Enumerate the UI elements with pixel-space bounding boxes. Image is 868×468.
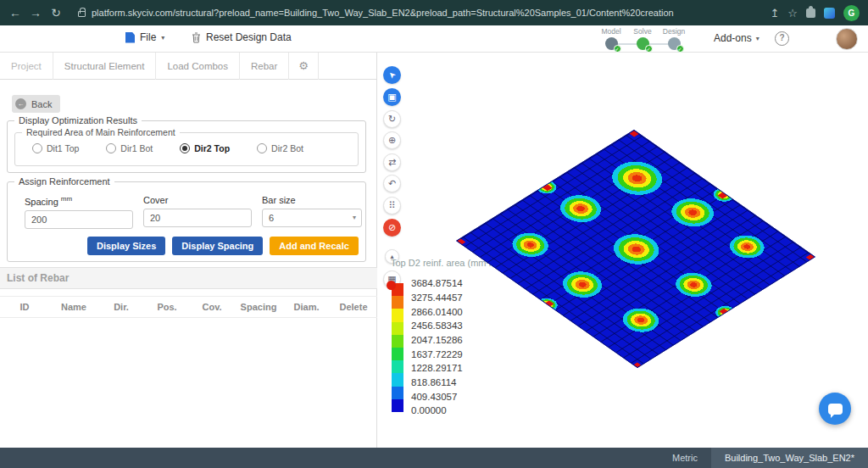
tab-settings-gear-icon[interactable]: ⚙ xyxy=(289,53,319,80)
tab-rebar[interactable]: Rebar xyxy=(240,53,289,80)
select-cursor-button[interactable]: ➤ xyxy=(383,66,401,84)
left-panel: Project Structural Element Load Combos R… xyxy=(0,53,377,448)
radio-input[interactable] xyxy=(32,143,42,153)
cover-input[interactable] xyxy=(143,209,252,227)
reset-design-data-label: Reset Design Data xyxy=(206,31,292,43)
step-design[interactable]: Design ✓ xyxy=(659,27,688,50)
spacing-label: Spacing xyxy=(25,197,58,207)
zoom-target-button[interactable]: ⊕ xyxy=(383,131,401,149)
column-name: Name xyxy=(49,297,98,317)
swap-arrows-icon: ⇄ xyxy=(388,157,396,168)
extensions-icon[interactable] xyxy=(806,8,815,18)
undo-icon: ↶ xyxy=(388,178,396,189)
browser-forward-icon[interactable]: → xyxy=(25,6,46,20)
group-legend: Required Area of Main Reinforcement xyxy=(22,127,180,137)
radio-input[interactable] xyxy=(180,143,190,153)
add-and-recalc-button[interactable]: Add and Recalc xyxy=(270,237,359,255)
reset-design-data-button[interactable]: Reset Design Data xyxy=(192,31,292,43)
file-menu-button[interactable]: File ▾ xyxy=(125,31,164,43)
viewport-3d[interactable]: ➤ ▣ ↻ ⊕ ⇄ ↶ ⠿ ⊘ ▴ ▦ Top D2 reinf. area (… xyxy=(377,53,868,448)
tab-load-combos[interactable]: Load Combos xyxy=(156,53,240,80)
colorbar-band xyxy=(392,373,403,386)
legend-value: 409.43057 xyxy=(411,392,457,402)
spacing-unit: mm xyxy=(61,195,72,203)
rotate-view-button[interactable]: ↻ xyxy=(383,110,401,128)
app-toolbar: File ▾ Reset Design Data Model ✓ Solve ✓… xyxy=(0,25,868,53)
column-diam: Diam. xyxy=(283,297,330,317)
colorbar-band xyxy=(392,399,403,412)
file-icon xyxy=(125,32,135,43)
lock-icon xyxy=(78,11,86,17)
cancel-icon: ⊘ xyxy=(388,222,396,233)
bar-size-select[interactable]: 6 ▾ xyxy=(262,209,362,227)
swap-view-button[interactable]: ⇄ xyxy=(383,153,401,171)
url-text: platform.skyciv.com/structural?preload_n… xyxy=(92,8,674,18)
box-select-icon: ▣ xyxy=(387,92,396,103)
chat-support-button[interactable] xyxy=(819,393,851,425)
legend-value: 2456.58343 xyxy=(411,320,463,331)
browser-profile-avatar[interactable]: G xyxy=(843,5,860,21)
undo-view-button[interactable]: ↶ xyxy=(383,175,401,192)
radio-input[interactable] xyxy=(257,143,267,153)
app-window: ← → ↻ platform.skyciv.com/structural?pre… xyxy=(0,0,868,468)
unit-system-toggle[interactable]: Metric xyxy=(659,448,711,468)
rebar-table-header: ID Name Dir. Pos. Cov. Spacing Diam. Del… xyxy=(0,296,377,318)
browser-back-icon[interactable]: ← xyxy=(5,6,25,20)
reinforcement-hotspot xyxy=(602,226,671,272)
column-pos: Pos. xyxy=(144,297,190,317)
slab-heatmap-mesh[interactable] xyxy=(456,130,815,368)
step-solve[interactable]: Solve ✓ xyxy=(628,27,657,50)
reinforcement-hotspot xyxy=(666,266,721,303)
cursor-icon: ➤ xyxy=(387,70,398,81)
clear-results-button[interactable]: ⊘ xyxy=(383,219,401,237)
node-visibility-button[interactable]: ⠿ xyxy=(383,197,401,214)
bookmark-star-icon[interactable]: ☆ xyxy=(787,7,798,20)
zoom-target-icon: ⊕ xyxy=(388,135,396,146)
support-node xyxy=(629,131,638,136)
legend-value: 2866.01400 xyxy=(411,307,463,317)
box-select-button[interactable]: ▣ xyxy=(383,88,401,106)
url-bar[interactable]: platform.skyciv.com/structural?preload_n… xyxy=(78,3,758,22)
chevron-down-icon: ▾ xyxy=(756,35,760,42)
back-button[interactable]: ← Back xyxy=(12,95,60,113)
tab-project[interactable]: Project xyxy=(0,53,53,80)
assign-buttons: Display Sizes Display Spacing Add and Re… xyxy=(87,237,359,255)
radio-dir1-top[interactable]: Dit1 Top xyxy=(32,143,79,153)
bar-size-label: Bar size xyxy=(262,195,362,205)
support-node xyxy=(632,362,642,368)
spacing-input[interactable] xyxy=(25,210,133,229)
back-label: Back xyxy=(31,99,52,109)
pinned-extension-icon[interactable] xyxy=(824,8,835,19)
radio-input[interactable] xyxy=(106,143,116,153)
column-dir: Dir. xyxy=(98,297,144,317)
browser-actions: ↥ ☆ G xyxy=(758,5,868,21)
share-icon[interactable]: ↥ xyxy=(770,7,779,20)
reinforcement-hotspot xyxy=(721,229,773,264)
browser-chrome: ← → ↻ platform.skyciv.com/structural?pre… xyxy=(0,0,868,25)
check-icon: ✓ xyxy=(614,45,621,53)
display-sizes-button[interactable]: Display Sizes xyxy=(87,237,165,255)
tab-structural-element[interactable]: Structural Element xyxy=(53,53,157,80)
radio-dir2-bot[interactable]: Dir2 Bot xyxy=(257,143,303,153)
radio-dir1-bot[interactable]: Dir1 Bot xyxy=(106,143,153,153)
cover-field: Cover xyxy=(143,195,252,227)
column-id: ID xyxy=(0,297,49,317)
solve-step-icon: ✓ xyxy=(637,37,649,50)
check-icon: ✓ xyxy=(645,45,653,53)
display-spacing-button[interactable]: Display Spacing xyxy=(172,237,263,255)
help-button[interactable]: ? xyxy=(775,31,789,46)
spacing-field: Spacing mm xyxy=(25,195,133,229)
browser-reload-icon[interactable]: ↻ xyxy=(46,6,66,20)
legend-value: 3684.87514 xyxy=(411,278,463,288)
addons-menu-button[interactable]: Add-ons ▾ xyxy=(714,32,760,44)
legend-max-marker xyxy=(387,281,396,290)
colorbar-band xyxy=(392,296,403,309)
radio-dir2-top[interactable]: Dir2 Top xyxy=(180,143,230,153)
step-model[interactable]: Model ✓ xyxy=(597,27,626,50)
bar-size-field: Bar size 6 ▾ xyxy=(262,195,362,227)
colorbar-band xyxy=(392,360,403,373)
user-avatar[interactable] xyxy=(836,28,858,50)
apps-grid-button[interactable] xyxy=(806,34,817,45)
colorbar-band xyxy=(392,348,403,360)
edge-hotspot xyxy=(710,303,742,323)
